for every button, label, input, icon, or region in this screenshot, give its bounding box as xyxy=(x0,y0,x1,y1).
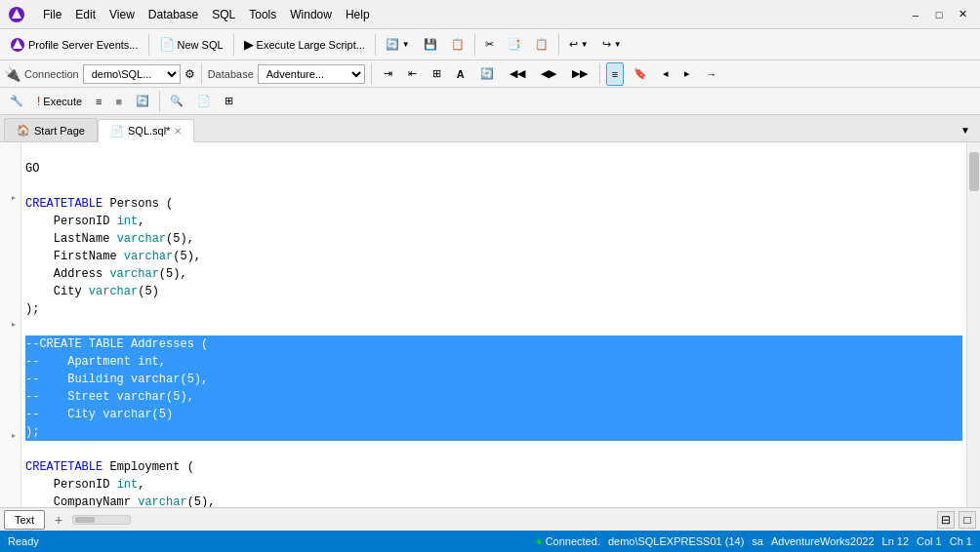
menu-help[interactable]: Help xyxy=(340,6,376,23)
code-line-14: -- Building varchar(5), xyxy=(25,371,962,388)
maximize-button[interactable]: □ xyxy=(929,7,949,22)
menu-file[interactable]: File xyxy=(37,6,67,23)
profile-server-events-button[interactable]: Profile Server Events... xyxy=(4,33,144,57)
go-keyword: GO xyxy=(25,162,39,176)
stop-icon: ■ xyxy=(116,96,123,107)
tools-icon-button[interactable]: 🔧 xyxy=(4,90,29,113)
vertical-scrollbar[interactable] xyxy=(966,142,980,507)
align-center-icon: ◀▶ xyxy=(541,67,556,80)
next-bookmark-button[interactable]: ▸ xyxy=(678,62,696,86)
editor-content[interactable]: GO CREATE TABLE Persons ( PersonID int, … xyxy=(21,142,966,507)
refresh2-button[interactable]: 🔄 xyxy=(130,90,155,113)
line-num-8 xyxy=(0,254,20,269)
line-num-6 xyxy=(0,221,20,237)
code-line-15: -- Street varchar(5), xyxy=(25,388,962,406)
code-line-12: --CREATE TABLE Addresses ( xyxy=(25,335,962,353)
save-button[interactable]: 💾 xyxy=(418,33,443,57)
horizontal-scrollbar[interactable] xyxy=(72,515,131,525)
execute-large-script-button[interactable]: ▶ Execute Large Script... xyxy=(238,33,371,57)
refresh-button[interactable]: 🔄 ▼ xyxy=(380,33,416,57)
cut-button[interactable]: ✂ xyxy=(479,33,500,57)
table-kw-4: TABLE xyxy=(67,197,102,211)
execute-button[interactable]: ! Execute xyxy=(31,90,88,113)
font-button[interactable]: A xyxy=(451,62,470,86)
new-sql-button[interactable]: 📄 New SQL xyxy=(153,33,229,57)
code-line-8: Address varchar(5), xyxy=(25,265,962,283)
svg-marker-6 xyxy=(12,434,16,438)
doc-icon: 📄 xyxy=(197,95,211,107)
expand-icon-12 xyxy=(10,321,18,329)
align-left-button[interactable]: ◀◀ xyxy=(504,62,531,86)
create-kw-4: CREATE xyxy=(25,197,67,211)
menu-view[interactable]: View xyxy=(103,6,141,23)
menu-window[interactable]: Window xyxy=(284,6,338,23)
code-line-21: CompanyNamr varchar(5), xyxy=(25,493,962,507)
db-select[interactable]: Adventure... xyxy=(258,64,365,84)
menu-sql[interactable]: SQL xyxy=(206,6,241,23)
start-page-icon: 🏠 xyxy=(17,124,30,137)
redo-button[interactable]: ↪ ▼ xyxy=(596,33,628,57)
prev-bookmark-button[interactable]: ◂ xyxy=(657,62,674,86)
table-kw-19: TABLE xyxy=(67,460,102,474)
add-tab-button[interactable]: + xyxy=(49,510,68,530)
clear-bookmark-button[interactable]: → xyxy=(700,62,722,86)
reload-button[interactable]: 🔄 xyxy=(474,62,500,86)
align-right-button[interactable]: ▶▶ xyxy=(566,62,593,86)
code-line-13: -- Apartment int, xyxy=(25,353,962,371)
split-view-button[interactable]: ⊟ xyxy=(937,511,955,529)
line-num-7 xyxy=(0,238,20,254)
line-num-2 xyxy=(0,158,20,174)
grid2-button[interactable]: ⊞ xyxy=(219,90,239,113)
undo-icon: ↩ xyxy=(569,38,578,51)
v-scroll-thumb[interactable] xyxy=(969,152,979,191)
svg-marker-4 xyxy=(12,196,16,200)
status-col: Col 1 xyxy=(917,535,942,547)
line-num-9 xyxy=(0,269,20,285)
cut-icon: ✂ xyxy=(485,38,494,51)
text-tab[interactable]: Text xyxy=(4,510,45,530)
undo-button[interactable]: ↩ ▼ xyxy=(563,33,594,57)
outdent-button[interactable]: ⇤ xyxy=(402,62,423,86)
tab-scroll-icon[interactable]: ▼ xyxy=(955,118,976,141)
col-label: Col 1 xyxy=(917,535,942,547)
type-varchar-7: varchar xyxy=(124,250,173,263)
align-center-button[interactable]: ◀▶ xyxy=(535,62,562,86)
clear-bookmark-icon: → xyxy=(706,68,716,80)
menu-database[interactable]: Database xyxy=(143,6,204,23)
connected-label: Connected. xyxy=(546,535,600,547)
paste-button[interactable]: 📋 xyxy=(529,33,554,57)
type-varchar-21: varchar xyxy=(138,495,186,507)
doc-button[interactable]: 📄 xyxy=(191,90,217,113)
save-all-button[interactable]: 📋 xyxy=(445,33,470,57)
menu-tools[interactable]: Tools xyxy=(243,6,282,23)
minimize-button[interactable]: – xyxy=(906,7,925,22)
code-line-11 xyxy=(25,318,962,335)
close-button[interactable]: ✕ xyxy=(953,7,972,22)
code-line-7: FirstName varchar(5), xyxy=(25,248,962,265)
code-line-16: -- City varchar(5) xyxy=(25,406,962,423)
grid-button[interactable]: ≡ xyxy=(606,62,624,86)
connected-icon: ● xyxy=(535,534,542,548)
paste-icon: 📋 xyxy=(535,38,549,51)
connection-select[interactable]: demo\SQL... xyxy=(83,64,181,84)
line-num-11 xyxy=(0,301,20,317)
menu-edit[interactable]: Edit xyxy=(69,6,102,23)
indent-button[interactable]: ⇥ xyxy=(378,62,398,86)
format-button[interactable]: ⊞ xyxy=(427,62,447,86)
save-icon: 💾 xyxy=(424,38,437,51)
bookmark-button[interactable]: 🔖 xyxy=(628,62,653,86)
fullscreen-button[interactable]: □ xyxy=(959,511,976,529)
tab-start-page[interactable]: 🏠 Start Page xyxy=(4,118,98,141)
connection-settings-icon[interactable]: ⚙ xyxy=(184,67,195,81)
stop-button[interactable]: ■ xyxy=(110,90,129,113)
tab-close-icon[interactable]: ✕ xyxy=(174,126,182,137)
sep5 xyxy=(558,34,559,56)
line-num-5 xyxy=(0,206,20,221)
list-button[interactable]: ≡ xyxy=(90,90,107,113)
h-scroll-thumb[interactable] xyxy=(75,517,95,523)
search2-button[interactable]: 🔍 xyxy=(164,90,189,113)
tab-sql-file[interactable]: 📄 SQL.sql* ✕ xyxy=(98,119,194,142)
copy-button[interactable]: 📑 xyxy=(502,33,527,57)
title-bar-left: File Edit View Database SQL Tools Window… xyxy=(8,6,376,23)
new-sql-icon: 📄 xyxy=(159,37,175,52)
